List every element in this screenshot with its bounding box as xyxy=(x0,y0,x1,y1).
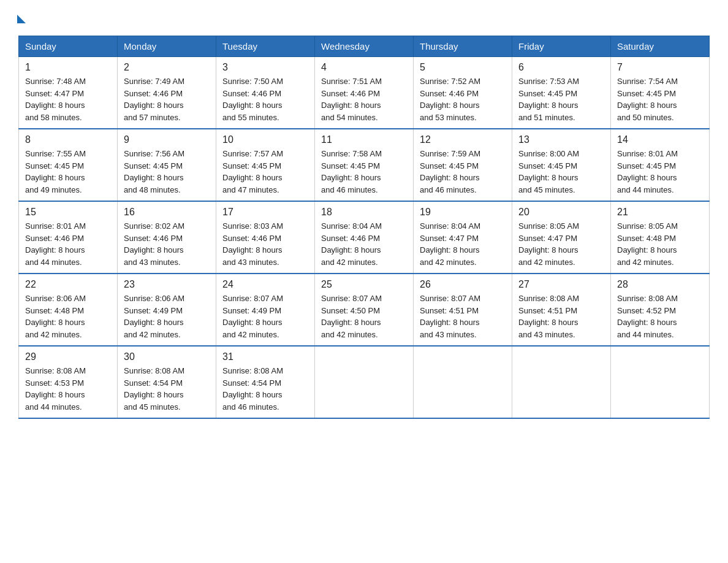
calendar-cell xyxy=(315,346,414,418)
calendar-cell: 3 Sunrise: 7:50 AM Sunset: 4:46 PM Dayli… xyxy=(216,57,315,129)
day-number: 1 xyxy=(25,62,111,73)
calendar-cell: 19 Sunrise: 8:04 AM Sunset: 4:47 PM Dayl… xyxy=(414,201,512,274)
day-number: 14 xyxy=(617,134,703,145)
calendar-cell: 15 Sunrise: 8:01 AM Sunset: 4:46 PM Dayl… xyxy=(19,201,118,274)
day-info: Sunrise: 8:08 AM Sunset: 4:54 PM Dayligh… xyxy=(124,365,210,413)
day-info: Sunrise: 7:56 AM Sunset: 4:45 PM Dayligh… xyxy=(124,148,210,196)
day-info: Sunrise: 8:06 AM Sunset: 4:48 PM Dayligh… xyxy=(25,293,111,340)
day-info: Sunrise: 8:06 AM Sunset: 4:49 PM Dayligh… xyxy=(124,293,210,340)
day-number: 11 xyxy=(321,134,407,145)
calendar-cell: 8 Sunrise: 7:55 AM Sunset: 4:45 PM Dayli… xyxy=(19,129,118,201)
day-info: Sunrise: 8:05 AM Sunset: 4:47 PM Dayligh… xyxy=(518,220,604,268)
day-number: 18 xyxy=(321,207,407,218)
day-number: 5 xyxy=(420,62,506,73)
calendar-cell: 24 Sunrise: 8:07 AM Sunset: 4:49 PM Dayl… xyxy=(216,274,315,346)
day-info: Sunrise: 8:08 AM Sunset: 4:52 PM Dayligh… xyxy=(617,293,703,340)
calendar-cell: 9 Sunrise: 7:56 AM Sunset: 4:45 PM Dayli… xyxy=(118,129,216,201)
calendar-cell: 10 Sunrise: 7:57 AM Sunset: 4:45 PM Dayl… xyxy=(216,129,315,201)
calendar-cell: 29 Sunrise: 8:08 AM Sunset: 4:53 PM Dayl… xyxy=(19,346,118,418)
calendar-cell: 7 Sunrise: 7:54 AM Sunset: 4:45 PM Dayli… xyxy=(611,57,710,129)
calendar-cell: 22 Sunrise: 8:06 AM Sunset: 4:48 PM Dayl… xyxy=(19,274,118,346)
day-number: 13 xyxy=(518,134,604,145)
day-number: 29 xyxy=(25,351,111,362)
calendar-cell: 4 Sunrise: 7:51 AM Sunset: 4:46 PM Dayli… xyxy=(315,57,414,129)
day-info: Sunrise: 8:00 AM Sunset: 4:45 PM Dayligh… xyxy=(518,148,604,196)
calendar-cell: 2 Sunrise: 7:49 AM Sunset: 4:46 PM Dayli… xyxy=(118,57,216,129)
day-info: Sunrise: 8:08 AM Sunset: 4:51 PM Dayligh… xyxy=(518,293,604,340)
day-number: 28 xyxy=(617,279,703,290)
calendar-cell: 21 Sunrise: 8:05 AM Sunset: 4:48 PM Dayl… xyxy=(611,201,710,274)
day-number: 7 xyxy=(617,62,703,73)
calendar-week-row: 29 Sunrise: 8:08 AM Sunset: 4:53 PM Dayl… xyxy=(19,346,710,418)
logo xyxy=(18,12,26,23)
day-info: Sunrise: 8:07 AM Sunset: 4:49 PM Dayligh… xyxy=(222,293,308,340)
calendar-week-row: 22 Sunrise: 8:06 AM Sunset: 4:48 PM Dayl… xyxy=(19,274,710,346)
day-number: 24 xyxy=(222,279,308,290)
calendar-header-row: SundayMondayTuesdayWednesdayThursdayFrid… xyxy=(19,36,710,57)
day-number: 25 xyxy=(321,279,407,290)
day-info: Sunrise: 7:58 AM Sunset: 4:45 PM Dayligh… xyxy=(321,148,407,196)
calendar-cell: 1 Sunrise: 7:48 AM Sunset: 4:47 PM Dayli… xyxy=(19,57,118,129)
calendar-cell: 31 Sunrise: 8:08 AM Sunset: 4:54 PM Dayl… xyxy=(216,346,315,418)
calendar-cell: 6 Sunrise: 7:53 AM Sunset: 4:45 PM Dayli… xyxy=(512,57,611,129)
day-info: Sunrise: 7:48 AM Sunset: 4:47 PM Dayligh… xyxy=(25,75,111,123)
day-number: 22 xyxy=(25,279,111,290)
calendar-cell xyxy=(611,346,710,418)
day-number: 17 xyxy=(222,207,308,218)
col-header-sunday: Sunday xyxy=(19,36,118,57)
col-header-monday: Monday xyxy=(118,36,216,57)
calendar-cell: 17 Sunrise: 8:03 AM Sunset: 4:46 PM Dayl… xyxy=(216,201,315,274)
day-info: Sunrise: 7:53 AM Sunset: 4:45 PM Dayligh… xyxy=(518,75,604,123)
calendar-cell: 13 Sunrise: 8:00 AM Sunset: 4:45 PM Dayl… xyxy=(512,129,611,201)
day-number: 21 xyxy=(617,207,703,218)
calendar-cell: 11 Sunrise: 7:58 AM Sunset: 4:45 PM Dayl… xyxy=(315,129,414,201)
calendar-cell xyxy=(414,346,512,418)
day-info: Sunrise: 7:49 AM Sunset: 4:46 PM Dayligh… xyxy=(124,75,210,123)
day-info: Sunrise: 8:08 AM Sunset: 4:54 PM Dayligh… xyxy=(222,365,308,413)
day-number: 2 xyxy=(124,62,210,73)
calendar-cell: 18 Sunrise: 8:04 AM Sunset: 4:46 PM Dayl… xyxy=(315,201,414,274)
calendar-cell xyxy=(512,346,611,418)
col-header-wednesday: Wednesday xyxy=(315,36,414,57)
day-info: Sunrise: 8:08 AM Sunset: 4:53 PM Dayligh… xyxy=(25,365,111,413)
calendar-cell: 25 Sunrise: 8:07 AM Sunset: 4:50 PM Dayl… xyxy=(315,274,414,346)
calendar-week-row: 1 Sunrise: 7:48 AM Sunset: 4:47 PM Dayli… xyxy=(19,57,710,129)
calendar-cell: 30 Sunrise: 8:08 AM Sunset: 4:54 PM Dayl… xyxy=(118,346,216,418)
col-header-friday: Friday xyxy=(512,36,611,57)
day-number: 10 xyxy=(222,134,308,145)
calendar-cell: 14 Sunrise: 8:01 AM Sunset: 4:45 PM Dayl… xyxy=(611,129,710,201)
calendar-cell: 20 Sunrise: 8:05 AM Sunset: 4:47 PM Dayl… xyxy=(512,201,611,274)
day-number: 19 xyxy=(420,207,506,218)
logo-arrow-icon xyxy=(17,15,26,23)
day-number: 20 xyxy=(518,207,604,218)
day-info: Sunrise: 8:07 AM Sunset: 4:50 PM Dayligh… xyxy=(321,293,407,340)
page-header xyxy=(18,12,710,23)
calendar-table: SundayMondayTuesdayWednesdayThursdayFrid… xyxy=(18,36,710,419)
day-info: Sunrise: 8:03 AM Sunset: 4:46 PM Dayligh… xyxy=(222,220,308,268)
day-number: 9 xyxy=(124,134,210,145)
day-number: 12 xyxy=(420,134,506,145)
day-info: Sunrise: 7:55 AM Sunset: 4:45 PM Dayligh… xyxy=(25,148,111,196)
day-info: Sunrise: 8:04 AM Sunset: 4:46 PM Dayligh… xyxy=(321,220,407,268)
calendar-cell: 23 Sunrise: 8:06 AM Sunset: 4:49 PM Dayl… xyxy=(118,274,216,346)
day-info: Sunrise: 8:01 AM Sunset: 4:46 PM Dayligh… xyxy=(25,220,111,268)
day-number: 8 xyxy=(25,134,111,145)
day-info: Sunrise: 7:50 AM Sunset: 4:46 PM Dayligh… xyxy=(222,75,308,123)
day-number: 4 xyxy=(321,62,407,73)
day-info: Sunrise: 8:07 AM Sunset: 4:51 PM Dayligh… xyxy=(420,293,506,340)
day-number: 27 xyxy=(518,279,604,290)
day-number: 3 xyxy=(222,62,308,73)
day-number: 30 xyxy=(124,351,210,362)
calendar-cell: 5 Sunrise: 7:52 AM Sunset: 4:46 PM Dayli… xyxy=(414,57,512,129)
calendar-cell: 16 Sunrise: 8:02 AM Sunset: 4:46 PM Dayl… xyxy=(118,201,216,274)
day-info: Sunrise: 8:02 AM Sunset: 4:46 PM Dayligh… xyxy=(124,220,210,268)
day-info: Sunrise: 8:04 AM Sunset: 4:47 PM Dayligh… xyxy=(420,220,506,268)
day-number: 23 xyxy=(124,279,210,290)
calendar-cell: 12 Sunrise: 7:59 AM Sunset: 4:45 PM Dayl… xyxy=(414,129,512,201)
calendar-cell: 28 Sunrise: 8:08 AM Sunset: 4:52 PM Dayl… xyxy=(611,274,710,346)
day-info: Sunrise: 7:57 AM Sunset: 4:45 PM Dayligh… xyxy=(222,148,308,196)
day-info: Sunrise: 8:01 AM Sunset: 4:45 PM Dayligh… xyxy=(617,148,703,196)
calendar-week-row: 8 Sunrise: 7:55 AM Sunset: 4:45 PM Dayli… xyxy=(19,129,710,201)
day-info: Sunrise: 7:54 AM Sunset: 4:45 PM Dayligh… xyxy=(617,75,703,123)
day-info: Sunrise: 7:51 AM Sunset: 4:46 PM Dayligh… xyxy=(321,75,407,123)
